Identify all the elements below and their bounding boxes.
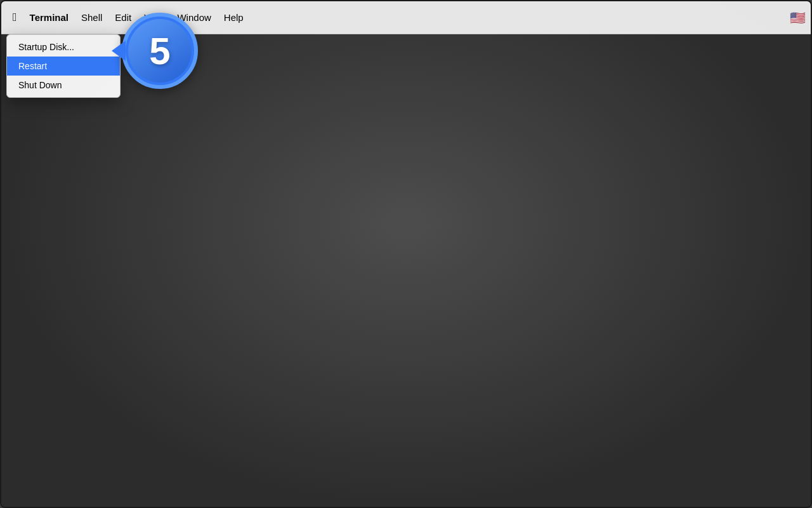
apple-menu-button[interactable]: : [6, 8, 23, 27]
step-badge: 5: [122, 13, 198, 89]
startup-disk-item[interactable]: Startup Disk...: [7, 37, 120, 57]
apple-dropdown-menu: Startup Disk... Restart Shut Down: [6, 34, 121, 98]
menubar:  Terminal Shell Edit View Window Help 🇺…: [1, 1, 811, 34]
language-flag: 🇺🇸: [790, 10, 806, 25]
restart-item[interactable]: Restart: [7, 57, 120, 76]
terminal-content-area: [1, 34, 811, 507]
step-number: 5: [128, 19, 192, 83]
shell-menu[interactable]: Shell: [75, 10, 108, 25]
shut-down-item[interactable]: Shut Down: [7, 76, 120, 95]
help-menu[interactable]: Help: [218, 10, 250, 25]
terminal-menu[interactable]: Terminal: [23, 10, 75, 25]
screen:  Terminal Shell Edit View Window Help 🇺…: [0, 0, 812, 508]
